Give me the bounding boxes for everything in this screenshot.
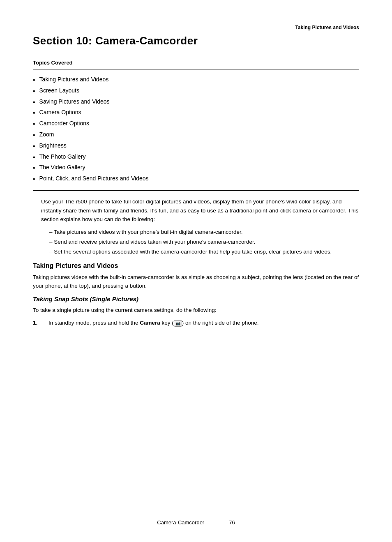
running-title: Taking Pictures and Videos <box>33 25 359 30</box>
footer-page-number: 76 <box>229 519 235 526</box>
dash-list: – Take pictures and videos with your pho… <box>33 228 359 256</box>
list-item: • Screen Layouts <box>33 87 359 96</box>
bullet-icon: • <box>33 120 35 129</box>
page-footer: Camera-Camcorder 76 <box>0 519 392 526</box>
list-item: • Saving Pictures and Videos <box>33 98 359 107</box>
divider-top <box>33 69 359 69</box>
step-number-1: 1. <box>33 318 45 328</box>
topic-item-text: Camera Options <box>39 109 81 115</box>
steps-list: 1. In standby mode, press and hold the C… <box>33 318 359 328</box>
page: Taking Pictures and Videos Section 10: C… <box>0 0 392 542</box>
divider-bottom <box>33 190 359 191</box>
step-1: 1. In standby mode, press and hold the C… <box>33 318 359 328</box>
topics-covered-section: Topics Covered • Taking Pictures and Vid… <box>33 60 359 191</box>
bullet-icon: • <box>33 175 35 184</box>
list-item: • Camera Options <box>33 109 359 118</box>
topic-item-text: Point, Click, and Send Pictures and Vide… <box>39 175 149 182</box>
topic-item-text: Screen Layouts <box>39 87 79 94</box>
dash-item-1: – Take pictures and videos with your pho… <box>49 228 359 236</box>
bullet-icon: • <box>33 76 35 85</box>
step-1-text-end: ) on the right side of the phone. <box>182 320 259 326</box>
camera-key-icon: 📷 <box>174 320 182 327</box>
dash-item-3-text: – Set the several options associated wit… <box>49 249 332 255</box>
list-item: • Brightness <box>33 142 359 151</box>
snap-shots-body: To take a single picture using the curre… <box>33 306 359 315</box>
dash-item-3: – Set the several options associated wit… <box>49 248 359 256</box>
footer-label: Camera-Camcorder <box>157 519 204 526</box>
list-item: • The Photo Gallery <box>33 153 359 162</box>
bullet-icon: • <box>33 142 35 151</box>
topic-item-text: The Photo Gallery <box>39 153 86 160</box>
topic-item-text: Taking Pictures and Videos <box>39 76 109 83</box>
bullet-icon: • <box>33 131 35 140</box>
taking-pictures-body: Taking pictures videos with the built-in… <box>33 273 359 291</box>
topic-item-text: The Video Gallery <box>39 164 85 171</box>
topic-item-text: Zoom <box>39 131 54 138</box>
list-item: • The Video Gallery <box>33 164 359 173</box>
bullet-icon: • <box>33 164 35 173</box>
bullet-icon: • <box>33 98 35 107</box>
list-item: • Point, Click, and Send Pictures and Vi… <box>33 175 359 184</box>
taking-pictures-title: Taking Pictures and Videos <box>33 262 359 270</box>
intro-paragraph: Use your The r500 phone to take full col… <box>33 197 359 224</box>
step-1-bold: Camera <box>140 320 160 326</box>
bullet-icon: • <box>33 109 35 118</box>
topic-item-text: Camcorder Options <box>39 120 89 127</box>
list-item: • Zoom <box>33 131 359 140</box>
topics-list: • Taking Pictures and Videos • Screen La… <box>33 76 359 184</box>
step-1-content: In standby mode, press and hold the Came… <box>48 318 259 328</box>
section-title: Section 10: Camera-Camcorder <box>33 35 359 47</box>
list-item: • Taking Pictures and Videos <box>33 76 359 85</box>
topic-item-text: Brightness <box>39 142 67 149</box>
bullet-icon: • <box>33 153 35 162</box>
topics-covered-label: Topics Covered <box>33 60 359 66</box>
topic-item-text: Saving Pictures and Videos <box>39 98 110 105</box>
running-title-text: Taking Pictures and Videos <box>295 25 359 30</box>
bullet-icon: • <box>33 87 35 96</box>
dash-item-2: – Send and receive pictures and videos t… <box>49 238 359 246</box>
step-1-text-before: In standby mode, press and hold the <box>48 320 140 326</box>
snap-shots-title: Taking Snap Shots (Single Pictures) <box>33 295 359 302</box>
list-item: • Camcorder Options <box>33 120 359 129</box>
step-1-text-after: key ( <box>160 320 174 326</box>
